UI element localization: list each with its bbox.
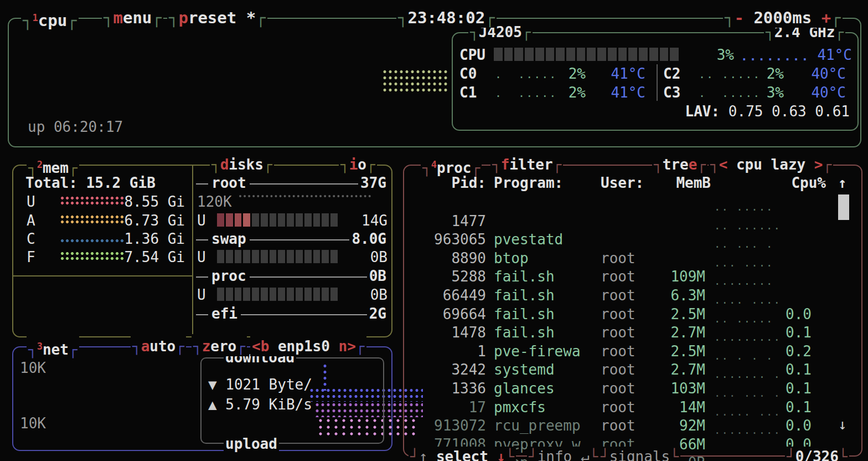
menu-button[interactable]: ┐menu┌ xyxy=(102,8,163,28)
cpu-total-label: CPU xyxy=(459,47,485,63)
scroll-up-arrow[interactable]: ↑ xyxy=(838,175,847,191)
cpu-box-title[interactable]: ┐1cpu┌ xyxy=(21,8,79,28)
title-corner: ┌ xyxy=(823,156,832,173)
scroll-down-arrow[interactable]: ↓ xyxy=(838,416,847,433)
table-row[interactable]: 69664 fail.sh root 2.7M .... .... 0.1 xyxy=(404,286,852,305)
selection-count-value: 0/326 xyxy=(795,448,839,461)
mem-used-value: 8.55 Gi xyxy=(114,193,185,210)
disk-used-label: U xyxy=(197,212,206,229)
net-auto-toggle[interactable]: ┐auto┌ xyxy=(131,336,186,356)
table-row[interactable]: 1336 pmxcfs root 66M ....... . 0.0 xyxy=(404,361,852,380)
preset-button[interactable]: ┐preset *┌ xyxy=(167,8,267,28)
mem-box-label: mem xyxy=(43,160,69,176)
title-corner: ┌ xyxy=(264,156,272,173)
clock-value: 23:48:02 xyxy=(407,8,485,27)
select-label: select xyxy=(427,448,497,461)
core-temp: 41°C xyxy=(591,65,645,82)
core-label: C2 xyxy=(663,65,680,82)
menu-hotkey: m xyxy=(113,8,122,27)
disks-toggle[interactable]: ┐disks┌ xyxy=(210,155,274,175)
mem-free-key: F xyxy=(27,249,35,265)
table-row[interactable]: 1477 pvestatd root 109M .. ..... 0.0 xyxy=(404,193,852,212)
io-toggle[interactable]: ┐io┌ xyxy=(339,155,377,175)
next-interface-button[interactable]: n> xyxy=(339,338,356,355)
disk-used-value: 0B xyxy=(343,249,388,265)
mem-used-key: U xyxy=(27,193,35,210)
disk-size: 2G xyxy=(367,305,389,322)
selection-counter: ┘0/326└ xyxy=(785,447,849,461)
core-percent: 2% xyxy=(552,65,586,82)
mem-box-title[interactable]: ┐2mem┌ xyxy=(27,155,79,175)
table-row[interactable]: 1478 pve-firewa root 103M .. ..... 0.0 xyxy=(404,305,852,324)
title-corner: ┌ xyxy=(67,11,76,30)
io-hotkey: i xyxy=(349,156,358,173)
io-label: o xyxy=(358,156,366,173)
column-header-mem[interactable]: MemB xyxy=(660,175,711,191)
table-row[interactable]: 963065 btop root 6.3M .. ...... 0.1 xyxy=(404,212,852,231)
proc-box-title[interactable]: ┐4proc┌ xyxy=(421,155,482,175)
tree-toggle[interactable]: ┐tree┌ xyxy=(652,155,707,175)
table-row[interactable]: 5288 fail.sh root 2.7M ... .... 0.1 xyxy=(404,249,852,268)
table-row[interactable]: 66449 fail.sh root 2.5M ........ 0.1 xyxy=(404,268,852,286)
prev-interface-button[interactable]: <b xyxy=(252,338,269,355)
disk-used-meter xyxy=(217,250,338,263)
zero-hotkey: z xyxy=(202,338,211,355)
net-speed-box: download upload ▼ 1021 Byte/ ▲ 5.79 KiB/… xyxy=(200,357,384,444)
column-header-user[interactable]: User: xyxy=(601,175,644,191)
title-corner: ┌ xyxy=(69,160,78,176)
table-row[interactable]: 8890 fail.sh root 2.5M .. ... . 0.2 xyxy=(404,230,852,249)
title-corner: ┐ xyxy=(211,156,220,173)
net-scale-bottom: 10K xyxy=(20,415,46,432)
title-corner: ┐ xyxy=(422,160,431,176)
download-speed-value: 1021 Byte/ xyxy=(225,376,312,393)
info-button[interactable]: ┘info ↵└ xyxy=(527,447,600,461)
signals-button[interactable]: ┘signals└ xyxy=(599,447,680,461)
core-percent: 2% xyxy=(751,65,784,82)
column-header-program[interactable]: Program: xyxy=(494,175,563,191)
preset-label: reset * xyxy=(188,8,256,27)
net-box-title[interactable]: ┐3net┌ xyxy=(27,336,79,356)
disk-name: root xyxy=(208,175,250,191)
table-row[interactable]: 3242 glances root 92M .. . . . 0.0 xyxy=(404,342,852,361)
title-corner: ┐ xyxy=(654,156,663,173)
core-column-divider xyxy=(657,64,658,101)
mem-total-label: Total: xyxy=(25,175,78,191)
table-row[interactable]: 17 rcu_preemp root 0B ... ... . 0.1 xyxy=(404,380,852,398)
mem-section-divider xyxy=(13,275,192,276)
net-box-hotkey: 3 xyxy=(37,341,43,352)
filter-button[interactable]: ┐filter┌ xyxy=(490,155,563,175)
title-corner: ┌ xyxy=(472,160,480,176)
title-corner: ┌ xyxy=(356,338,365,355)
load-average: LAV: 0.75 0.63 0.61 xyxy=(685,103,850,120)
interval-decrease-button[interactable]: - xyxy=(734,8,743,27)
sort-label: cpu lazy xyxy=(736,156,805,173)
footer-corner: ┘ xyxy=(787,448,795,461)
title-corner: ┌ xyxy=(485,8,494,27)
table-row[interactable]: 913072 pveproxy w www-+ 148M ..... ... 0… xyxy=(404,398,852,417)
table-row[interactable]: 771008 pveproxy w www-+ 157M ......... 0… xyxy=(404,417,852,436)
tree-label: tre xyxy=(663,156,689,173)
core-label: C1 xyxy=(459,84,477,101)
sort-prev-button[interactable]: < xyxy=(719,156,736,173)
footer-corner: └ xyxy=(590,448,598,461)
title-corner: ┌ xyxy=(175,338,184,355)
select-control[interactable]: ┘↑ select ↓└ xyxy=(409,447,516,461)
column-header-pid[interactable]: Pid: xyxy=(409,175,486,191)
proc-box: ┐4proc┌ ┐filter┌ ┐tree┌ ┐< cpu lazy >┌ P… xyxy=(403,165,862,457)
net-zero-toggle[interactable]: ┐zero┌ xyxy=(192,336,247,356)
core-mini-graph: . ..... xyxy=(495,86,557,100)
sort-next-button[interactable]: > xyxy=(805,156,823,173)
footer-corner: └ xyxy=(670,448,679,461)
column-header-cpu[interactable]: Cpu% xyxy=(773,175,826,191)
title-corner: ┐ xyxy=(340,156,349,173)
interval-increase-button[interactable]: + xyxy=(822,8,831,27)
cpu-history-graph xyxy=(382,69,448,94)
disk-used-label: U xyxy=(197,249,206,265)
title-corner: ┐ xyxy=(132,338,141,355)
cpu-total-mini-graph: ........ xyxy=(741,50,810,63)
signals-label: signals xyxy=(609,448,670,461)
disk-size: 0B xyxy=(367,268,389,284)
disk-used-value: 14G xyxy=(343,212,388,229)
mem-cached-key: C xyxy=(27,230,35,247)
table-row[interactable]: 1 systemd root 14M ......... 0.0 xyxy=(404,324,852,342)
